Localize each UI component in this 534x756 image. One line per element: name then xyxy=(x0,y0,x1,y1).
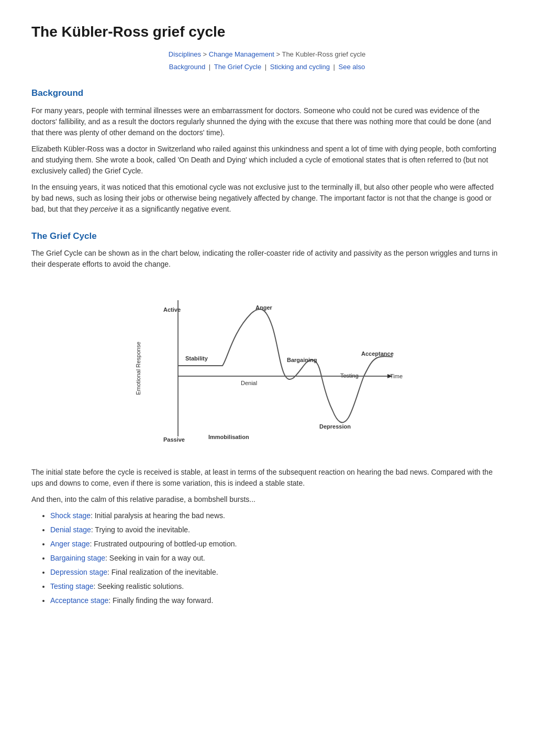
list-item: Denial stage: Trying to avoid the inevit… xyxy=(50,524,503,535)
svg-text:Depression: Depression xyxy=(319,423,351,430)
testing-stage-link[interactable]: Testing stage xyxy=(50,582,94,590)
shock-stage-link[interactable]: Shock stage xyxy=(50,511,91,520)
grief-cycle-intro: The Grief Cycle can be shown as in the c… xyxy=(31,248,503,270)
svg-text:Emotional Response: Emotional Response xyxy=(135,342,141,395)
svg-text:Passive: Passive xyxy=(163,436,185,443)
italic-perceive: perceive xyxy=(90,205,118,213)
svg-text:Testing: Testing xyxy=(340,372,359,379)
denial-stage-link[interactable]: Denial stage xyxy=(50,525,91,534)
svg-text:Bargaining: Bargaining xyxy=(287,357,317,363)
svg-text:Acceptance: Acceptance xyxy=(361,350,394,357)
testing-stage-text: Seeking realistic solutions. xyxy=(97,582,184,590)
breadcrumb-disciplines[interactable]: Disciplines xyxy=(169,50,201,58)
stages-list: Shock stage: Initial paralysis at hearin… xyxy=(50,510,503,606)
svg-text:Denial: Denial xyxy=(241,380,257,386)
chart-svg: Emotional Response Active Passive Time A… xyxy=(131,284,403,452)
list-item: Bargaining stage: Seeking in vain for a … xyxy=(50,553,503,564)
depression-stage-text: Final realization of the inevitable. xyxy=(112,568,218,576)
page-title: The Kübler-Ross grief cycle xyxy=(31,21,503,43)
depression-stage-link[interactable]: Depression stage xyxy=(50,568,107,576)
breadcrumb-change-management[interactable]: Change Management xyxy=(209,50,274,58)
svg-text:Anger: Anger xyxy=(255,304,273,311)
list-item: Depression stage: Final realization of t… xyxy=(50,567,503,578)
nav-grief-cycle[interactable]: The Grief Cycle xyxy=(214,63,261,71)
breadcrumb: Disciplines > Change Management > The Ku… xyxy=(31,49,503,72)
list-item: Testing stage: Seeking realistic solutio… xyxy=(50,581,503,592)
bargaining-stage-link[interactable]: Bargaining stage xyxy=(50,554,105,562)
svg-text:Time: Time xyxy=(390,373,403,379)
nav-see-also[interactable]: See also xyxy=(339,63,365,71)
anger-stage-link[interactable]: Anger stage xyxy=(50,540,90,548)
denial-stage-text: Trying to avoid the inevitable. xyxy=(95,525,190,534)
acceptance-stage-link[interactable]: Acceptance stage xyxy=(50,596,108,605)
background-p1: For many years, people with terminal ill… xyxy=(31,105,503,138)
list-item: Shock stage: Initial paralysis at hearin… xyxy=(50,510,503,521)
background-heading: Background xyxy=(31,86,503,100)
shock-stage-text: Initial paralysis at hearing the bad new… xyxy=(95,511,225,520)
nav-background[interactable]: Background xyxy=(169,63,205,71)
grief-cycle-chart: Emotional Response Active Passive Time A… xyxy=(31,284,503,452)
after-chart-text: The initial state before the cycle is re… xyxy=(31,467,503,489)
acceptance-stage-text: Finally finding the way forward. xyxy=(113,596,213,605)
list-item: Acceptance stage: Finally finding the wa… xyxy=(50,595,503,606)
anger-stage-text: Frustrated outpouring of bottled-up emot… xyxy=(94,540,237,548)
nav-sticking-cycling[interactable]: Sticking and cycling xyxy=(270,63,330,71)
nav-links: Background | The Grief Cycle | Sticking … xyxy=(31,62,503,72)
svg-text:Immobilisation: Immobilisation xyxy=(208,434,249,440)
list-item: Anger stage: Frustrated outpouring of bo… xyxy=(50,539,503,550)
breadcrumb-current: The Kubler-Ross grief cycle xyxy=(282,50,365,58)
grief-cycle-heading: The Grief Cycle xyxy=(31,229,503,243)
background-p2: Elizabeth Kübler-Ross was a doctor in Sw… xyxy=(31,144,503,177)
bombshell-text: And then, into the calm of this relative… xyxy=(31,494,503,505)
svg-text:Stability: Stability xyxy=(185,355,208,361)
bargaining-stage-text: Seeking in vain for a way out. xyxy=(109,554,205,562)
background-p3: In the ensuing years, it was noticed tha… xyxy=(31,182,503,215)
